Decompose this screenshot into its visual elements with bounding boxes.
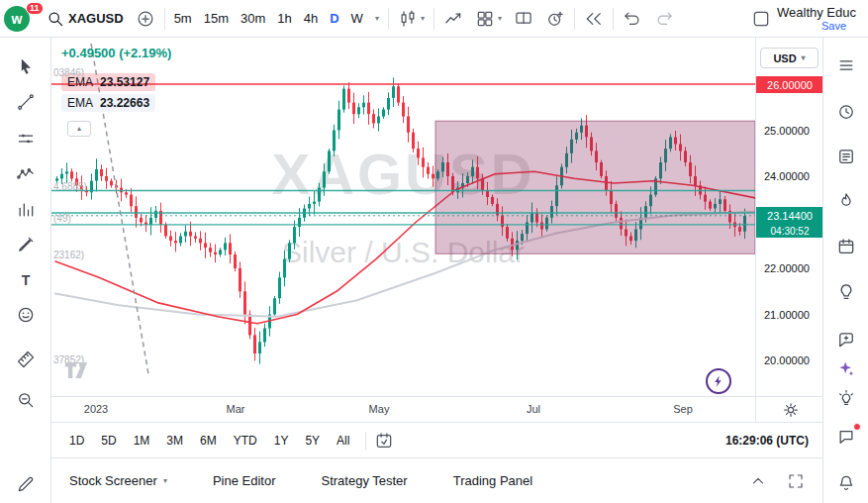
goto-date-button[interactable] xyxy=(374,431,394,451)
tool-forecast[interactable] xyxy=(13,197,39,223)
pencil-icon xyxy=(16,474,36,494)
sidebar-messages-button[interactable] xyxy=(833,424,859,450)
price-axis-label: 22.00000 xyxy=(764,262,810,274)
tradingview-logo-icon[interactable] xyxy=(63,360,95,384)
svg-text:T: T xyxy=(22,272,31,288)
time-axis-label: Sep xyxy=(673,403,693,415)
separator xyxy=(388,8,389,30)
separator xyxy=(164,8,165,30)
timeframe-1h[interactable]: 1h xyxy=(271,5,297,33)
sidebar-notifications-button[interactable] xyxy=(833,470,859,496)
redo-button[interactable] xyxy=(648,5,680,33)
tool-ruler[interactable] xyxy=(13,347,39,372)
range-group: 1D5D1M3M6MYTD1Y5YAll xyxy=(61,430,357,452)
currency-label: USD xyxy=(773,52,796,64)
price-change-label: +0.49500 (+2.19%) xyxy=(61,46,171,60)
sidebar-alerts-button[interactable] xyxy=(833,99,859,125)
range-1d[interactable]: 1D xyxy=(61,430,92,452)
timeframe-30m[interactable]: 30m xyxy=(235,5,271,33)
ruler-icon xyxy=(16,350,36,369)
search-icon xyxy=(46,9,65,29)
sidebar-ai-button[interactable] xyxy=(833,356,859,382)
indicators-button[interactable] xyxy=(437,5,469,33)
layout-meta: Wealthy Educ Save xyxy=(777,5,862,32)
range-3m[interactable]: 3M xyxy=(158,430,191,452)
watchlist-icon xyxy=(836,55,856,75)
chart-settings-button[interactable] xyxy=(781,400,801,420)
tool-magnifier[interactable] xyxy=(13,387,39,413)
timeframe-group: 5m15m30m1h4hDW xyxy=(168,5,369,33)
range-1y[interactable]: 1Y xyxy=(266,430,297,452)
timeframe-4h[interactable]: 4h xyxy=(298,5,324,33)
timeframe-15m[interactable]: 15m xyxy=(198,5,235,33)
indicator-value: 23.53127 xyxy=(100,75,149,89)
range-5y[interactable]: 5Y xyxy=(297,430,328,452)
sidebar-chat-button[interactable] xyxy=(833,327,859,352)
calendar-icon xyxy=(836,237,856,256)
timeframe-5m[interactable]: 5m xyxy=(168,5,198,33)
tool-pencil[interactable] xyxy=(13,471,39,497)
tool-trend-line[interactable] xyxy=(13,89,39,115)
templates-grid-icon xyxy=(475,9,495,29)
compare-add-symbol-button[interactable] xyxy=(130,5,161,33)
chart-style-button[interactable]: ▾ xyxy=(392,5,431,33)
sidebar-calendar-button[interactable] xyxy=(833,234,859,259)
sidebar-ideas-button[interactable] xyxy=(833,279,859,305)
price-axis[interactable]: USD ▾ 25.0000024.0000022.0000021.0000020… xyxy=(755,38,822,396)
chart-area[interactable]: XAGUSD Silver / U.S. Dollar +0.49500 (+2… xyxy=(51,38,755,396)
indicator-templates-button[interactable]: ▾ xyxy=(469,5,508,33)
multichart-layout-button[interactable] xyxy=(508,5,539,33)
range-ytd[interactable]: YTD xyxy=(226,430,265,452)
tool-emoji[interactable] xyxy=(13,302,39,328)
sidebar-help-button[interactable] xyxy=(833,386,859,412)
layout-name[interactable]: Wealthy Educ xyxy=(777,5,862,20)
tool-brush[interactable] xyxy=(13,232,39,257)
indicator-legend-ema-slow[interactable]: EMA 23.22663 xyxy=(61,94,155,112)
indicators-icon xyxy=(443,9,463,29)
tab-pine-editor[interactable]: Pine Editor xyxy=(213,473,276,488)
timeframe-D[interactable]: D xyxy=(324,5,344,33)
time-axis[interactable]: 2023MarMayJulSep xyxy=(51,396,822,422)
tradingview-app: w 11 XAGUSD 5m15m30m1h4hDW ▾ ▾ ▾ xyxy=(0,0,868,503)
tab-stock-screener[interactable]: Stock Screener▾ xyxy=(69,473,167,488)
range-5d[interactable]: 5D xyxy=(93,430,124,452)
tab-strategy-tester[interactable]: Strategy Tester xyxy=(321,473,407,488)
tab-trading-panel[interactable]: Trading Panel xyxy=(453,473,532,488)
currency-dropdown[interactable]: USD ▾ xyxy=(760,48,819,68)
range-1m[interactable]: 1M xyxy=(126,430,158,452)
tool-text[interactable]: T xyxy=(13,267,39,293)
symbol-label: XAGUSD xyxy=(68,11,124,26)
sidebar-watchlist-button[interactable] xyxy=(833,52,859,78)
range-6m[interactable]: 6M xyxy=(192,430,225,452)
utc-clock-label[interactable]: 16:29:06 (UTC) xyxy=(725,434,813,448)
sidebar-hotlists-button[interactable] xyxy=(833,188,859,214)
plus-circle-icon xyxy=(136,9,155,29)
caret-down-icon: ▾ xyxy=(421,15,425,23)
symbol-search-button[interactable]: XAGUSD xyxy=(40,5,130,33)
timeframe-W[interactable]: W xyxy=(345,5,369,33)
indicator-value: 23.22663 xyxy=(100,96,149,110)
cursor-icon xyxy=(16,56,36,76)
open-layout-button[interactable] xyxy=(745,5,777,33)
tool-xabcd-pattern[interactable] xyxy=(13,161,39,187)
chart-plot[interactable] xyxy=(51,38,755,396)
sidebar-data-window-button[interactable] xyxy=(833,144,859,169)
account-menu-button[interactable]: w 11 xyxy=(4,2,40,36)
undo-button[interactable] xyxy=(617,5,648,33)
panel-expand-button[interactable] xyxy=(749,472,767,490)
tool-cursor[interactable] xyxy=(13,53,39,79)
collapse-legend-button[interactable]: ▴ xyxy=(67,121,91,137)
drawings-layer[interactable] xyxy=(51,44,755,374)
tool-parallel-lines[interactable] xyxy=(13,126,39,151)
save-button[interactable]: Save xyxy=(821,20,862,32)
lightning-mode-button[interactable] xyxy=(706,368,731,394)
range-all[interactable]: All xyxy=(329,430,357,452)
price-axis-label: 25.00000 xyxy=(764,125,810,137)
scale-note-label: 4.6885) xyxy=(53,181,87,192)
caret-down-icon: ▾ xyxy=(375,15,379,23)
candlestick-icon xyxy=(398,9,418,29)
bar-replay-button[interactable] xyxy=(578,5,610,33)
create-alert-button[interactable] xyxy=(539,5,571,33)
panel-maximize-button[interactable] xyxy=(787,472,805,490)
interval-menu-button[interactable]: ▾ xyxy=(369,5,385,33)
